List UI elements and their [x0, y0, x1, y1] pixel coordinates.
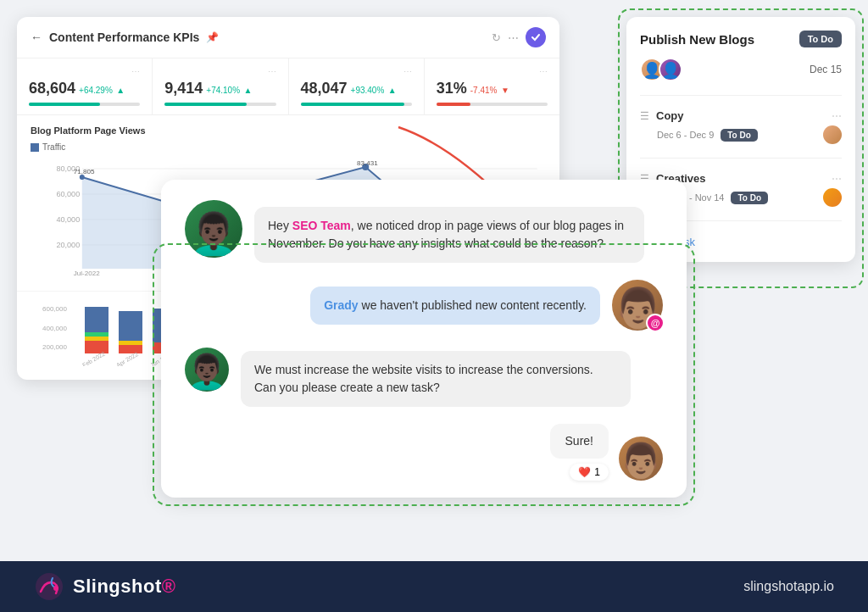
task-status-badge: To Do	[799, 31, 842, 47]
chat-bubble-2: Grady we haven't published new content r…	[310, 287, 600, 325]
main-content: ← Content Performance KPIs 📌 ↻ ⋯ ⋯ 68,60…	[0, 0, 868, 561]
chat-message-4: Sure! ❤️ 1 👨🏽	[185, 424, 663, 481]
metric-2-change: +74.10%	[206, 86, 240, 95]
chat-panel: 👨🏿‍🦱 Hey SEO Team, we noticed drop in pa…	[161, 180, 687, 498]
task-avatars: 👤 👤	[640, 58, 682, 81]
metric-3-dots[interactable]: ⋯	[403, 67, 412, 76]
more-icon[interactable]: ⋯	[508, 31, 519, 44]
svg-point-58	[53, 586, 58, 591]
svg-text:Jul-2022: Jul-2022	[74, 270, 101, 277]
task-panel-title: Publish New Blogs	[640, 32, 754, 47]
legend-dot	[31, 143, 39, 152]
chat-avatar-4: 👨🏽	[619, 437, 663, 481]
task-creatives-dots[interactable]: ⋯	[832, 173, 842, 185]
legend-label: Traffic	[42, 142, 65, 152]
svg-text:83,431: 83,431	[357, 159, 378, 167]
task-item-copy: ☰ Copy ⋯ Dec 6 - Dec 9 To Do	[640, 103, 842, 151]
task-copy-name: Copy	[656, 109, 832, 122]
svg-text:60,000: 60,000	[56, 190, 80, 198]
metric-4: ⋯ 31%-7.41% ▼	[425, 58, 559, 114]
chat-avatar-3: 👨🏿‍🦱	[185, 348, 229, 392]
footer-logo-text: Slingshot®	[73, 576, 175, 598]
reaction-row: ❤️ 1	[570, 464, 609, 481]
logo-word: Slingshot	[73, 576, 162, 597]
kpi-metrics-row: ⋯ 68,604+64.29% ▲ ⋯ 9,414+74.10% ▲ ⋯ 48,…	[17, 58, 559, 115]
svg-rect-32	[119, 341, 142, 345]
reaction-count: 1	[594, 466, 600, 478]
kpi-header: ← Content Performance KPIs 📌 ↻ ⋯	[17, 17, 559, 58]
footer-logo: Slingshot®	[34, 571, 175, 602]
slingshot-logo-icon	[34, 571, 64, 602]
chat-message-1: 👨🏿‍🦱 Hey SEO Team, we noticed drop in pa…	[185, 200, 663, 263]
chat-seo-mention: SEO Team	[292, 219, 351, 232]
task-creatives-avatar	[823, 188, 842, 207]
chat-avatar-2-wrapper: 👨🏽 @	[612, 280, 663, 331]
svg-rect-31	[119, 345, 142, 353]
metric-1-change: +64.29%	[79, 86, 113, 95]
metric-2-value: 9,414	[164, 80, 203, 97]
footer-url: slingshotapp.io	[743, 579, 834, 594]
reaction-emoji: ❤️	[578, 466, 591, 478]
pin-icon: 📌	[206, 31, 219, 43]
avatar-2: 👤	[659, 58, 682, 81]
chat-text-before: Hey	[268, 219, 292, 232]
svg-rect-27	[85, 341, 108, 353]
chat-sure-text: Sure!	[565, 434, 593, 448]
chat-bubble-3-text: We must increase the website visits to i…	[254, 363, 593, 394]
active-mode-icon[interactable]	[526, 27, 546, 47]
chart-title: Blog Platform Page Views	[31, 125, 546, 136]
task-divider	[640, 95, 842, 96]
chat-bubble-4: Sure!	[550, 424, 609, 459]
task-due-date: Dec 15	[810, 64, 842, 75]
chat-bubble-3: We must increase the website visits to i…	[241, 351, 631, 407]
svg-text:71,805: 71,805	[74, 168, 95, 175]
metric-1-value: 68,604	[29, 80, 75, 97]
task-date-row: 👤 👤 Dec 15	[640, 58, 842, 81]
chat-message-2: 👨🏽 @ Grady we haven't published new cont…	[185, 280, 663, 331]
task-copy-status: To Do	[721, 129, 758, 142]
metric-1: ⋯ 68,604+64.29% ▲	[17, 58, 153, 114]
svg-text:20,000: 20,000	[56, 241, 80, 249]
metric-4-dots[interactable]: ⋯	[539, 67, 548, 76]
chat-bubble-1: Hey SEO Team, we noticed drop in page vi…	[254, 207, 644, 263]
metric-1-dots[interactable]: ⋯	[131, 67, 140, 76]
metric-4-change: -7.41%	[470, 86, 498, 95]
back-arrow-icon[interactable]: ←	[31, 31, 42, 44]
task-copy-dots[interactable]: ⋯	[832, 110, 842, 122]
svg-rect-28	[85, 337, 108, 341]
chat-grady-mention: Grady	[324, 298, 358, 312]
chat-message-3: 👨🏿‍🦱 We must increase the website visits…	[185, 348, 663, 407]
task-copy-avatar	[823, 125, 842, 144]
task-creatives-status: To Do	[731, 192, 768, 204]
metric-3: ⋯ 48,047+93.40% ▲	[289, 58, 425, 114]
svg-text:40,000: 40,000	[56, 215, 80, 224]
svg-text:200,000: 200,000	[42, 343, 67, 351]
metric-4-value: 31%	[437, 80, 467, 97]
metric-3-change: +93.40%	[351, 86, 385, 95]
task-copy-dates: Dec 6 - Dec 9	[657, 130, 714, 140]
refresh-icon[interactable]: ↻	[492, 31, 501, 44]
metric-3-value: 48,047	[301, 80, 348, 97]
task-panel-header: Publish New Blogs To Do	[640, 31, 842, 47]
at-badge: @	[646, 314, 665, 332]
svg-point-57	[36, 573, 63, 600]
svg-rect-29	[85, 332, 108, 337]
metric-2-dots[interactable]: ⋯	[268, 67, 276, 76]
task-icon-copy: ☰	[640, 110, 649, 122]
footer-bar: Slingshot® slingshotapp.io	[0, 561, 868, 612]
chat-bubble-2-text: we haven't published new content recentl…	[359, 298, 587, 312]
svg-text:400,000: 400,000	[42, 325, 67, 332]
logo-dot: ®	[162, 576, 176, 597]
svg-text:600,000: 600,000	[42, 305, 67, 313]
chat-avatar-1: 👨🏿‍🦱	[185, 200, 242, 258]
metric-2: ⋯ 9,414+74.10% ▲	[153, 58, 288, 114]
kpi-title: Content Performance KPIs	[49, 31, 199, 44]
task-divider-2	[640, 158, 842, 159]
